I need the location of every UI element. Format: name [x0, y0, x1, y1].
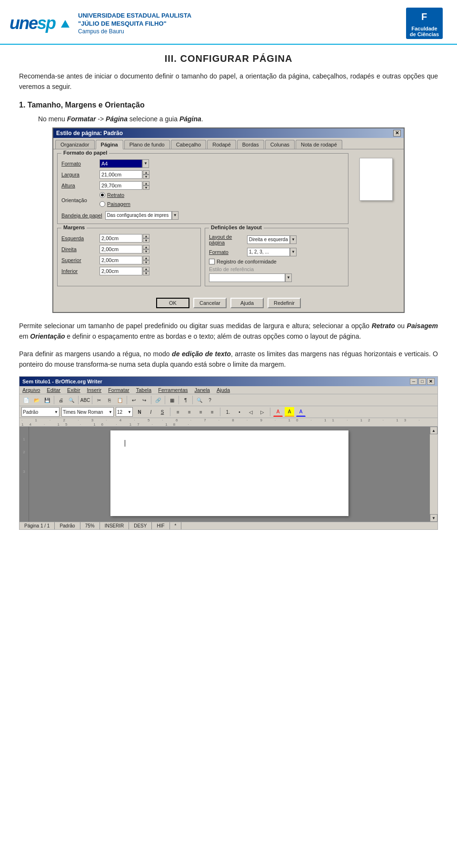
- width-value[interactable]: 21,00cm: [99, 170, 142, 179]
- bottom-spinner[interactable]: ▲ ▼: [143, 267, 149, 275]
- left-spinner[interactable]: ▲ ▼: [143, 234, 149, 243]
- height-down-btn[interactable]: ▼: [143, 185, 149, 190]
- reference-style-value[interactable]: [209, 273, 285, 282]
- height-value[interactable]: 29,70cm: [99, 181, 142, 190]
- outdent-btn[interactable]: ◁: [246, 407, 256, 417]
- menu-exibir[interactable]: Exibir: [67, 387, 80, 393]
- top-down-btn[interactable]: ▼: [143, 260, 149, 264]
- tab-cabecalho[interactable]: Cabeçalho: [171, 140, 207, 149]
- char-bg-btn[interactable]: A: [296, 407, 306, 417]
- landscape-radio[interactable]: [99, 201, 105, 207]
- menu-formatar[interactable]: Formatar: [108, 387, 129, 393]
- bottom-value[interactable]: 2,00cm: [99, 267, 142, 275]
- show-chars-btn[interactable]: ¶: [181, 395, 190, 405]
- bandeja-dropdown-btn[interactable]: ▼: [172, 211, 179, 220]
- align-left-btn[interactable]: ≡: [173, 407, 183, 417]
- tab-plano-fundo[interactable]: Plano de fundo: [124, 140, 170, 149]
- writer-page[interactable]: [110, 430, 348, 516]
- bullets-btn[interactable]: •: [235, 407, 244, 417]
- height-up-btn[interactable]: ▲: [143, 181, 149, 185]
- numbering-btn[interactable]: 1.: [223, 407, 233, 417]
- menu-ferramentas[interactable]: Ferramentas: [158, 387, 188, 393]
- right-down-btn[interactable]: ▼: [143, 249, 149, 254]
- indent-btn[interactable]: ▷: [258, 407, 267, 417]
- size-combo[interactable]: 12 ▼: [116, 407, 133, 417]
- format-dropdown-btn[interactable]: ▼: [142, 159, 149, 168]
- right-value[interactable]: 2,00cm: [99, 245, 142, 254]
- paste-btn[interactable]: 📋: [115, 395, 125, 405]
- format-value[interactable]: A4: [99, 159, 142, 168]
- width-down-btn[interactable]: ▼: [143, 175, 149, 179]
- portrait-radio[interactable]: [99, 192, 105, 198]
- tab-pagina[interactable]: Página: [96, 140, 123, 149]
- left-up-btn[interactable]: ▲: [143, 234, 149, 238]
- close-button[interactable]: ✕: [427, 378, 435, 385]
- status-insert[interactable]: INSERIR: [100, 522, 129, 529]
- tab-rodape[interactable]: Rodapé: [207, 140, 236, 149]
- register-checkbox[interactable]: [209, 259, 215, 264]
- help-button[interactable]: Ajuda: [230, 298, 264, 308]
- tab-bordas[interactable]: Bordas: [237, 140, 264, 149]
- align-justify-btn[interactable]: ≡: [208, 407, 217, 417]
- width-spinner[interactable]: ▲ ▼: [143, 170, 149, 179]
- page-layout-dropdown-btn[interactable]: ▼: [290, 235, 297, 244]
- bold-btn[interactable]: N: [135, 407, 144, 417]
- find-btn[interactable]: 🔍: [195, 395, 204, 405]
- font-combo[interactable]: Times New Roman ▼: [61, 407, 114, 417]
- table-btn[interactable]: ▦: [167, 395, 177, 405]
- save-btn[interactable]: 💾: [42, 395, 52, 405]
- menu-editar[interactable]: Editar: [47, 387, 60, 393]
- landscape-radio-row[interactable]: Paisagem: [99, 201, 130, 207]
- menu-tabela[interactable]: Tabela: [136, 387, 151, 393]
- tab-organizador[interactable]: Organizador: [55, 140, 95, 149]
- menu-janela[interactable]: Janela: [195, 387, 210, 393]
- font-color-btn[interactable]: A: [273, 407, 283, 417]
- left-down-btn[interactable]: ▼: [143, 238, 149, 243]
- left-value[interactable]: 2,00cm: [99, 234, 142, 243]
- new-btn[interactable]: 📄: [21, 395, 31, 405]
- right-spinner[interactable]: ▲ ▼: [143, 245, 149, 254]
- preview-btn[interactable]: 🔍: [67, 395, 76, 405]
- reset-button[interactable]: Redefinir: [268, 298, 301, 308]
- style-combo[interactable]: Padrão ▼: [21, 407, 60, 417]
- cancel-button[interactable]: Cancelar: [193, 298, 227, 308]
- open-btn[interactable]: 📂: [32, 395, 41, 405]
- top-up-btn[interactable]: ▲: [143, 256, 149, 260]
- align-center-btn[interactable]: ≡: [185, 407, 194, 417]
- align-right-btn[interactable]: ≡: [196, 407, 206, 417]
- scroll-down-btn[interactable]: ▼: [430, 514, 437, 522]
- minimize-button[interactable]: ─: [410, 378, 417, 385]
- bandeja-value[interactable]: Das configurações de impres: [105, 211, 172, 220]
- scroll-up-btn[interactable]: ▲: [430, 427, 437, 434]
- spell-btn[interactable]: ABC: [80, 395, 90, 405]
- width-up-btn[interactable]: ▲: [143, 170, 149, 175]
- page-style-dialog[interactable]: Estilo de página: Padrão ✕ Organizador P…: [52, 127, 405, 313]
- top-spinner[interactable]: ▲ ▼: [143, 256, 149, 264]
- format-layout-dropdown-btn[interactable]: ▼: [290, 248, 297, 256]
- dialog-close-button[interactable]: ✕: [393, 130, 401, 137]
- right-up-btn[interactable]: ▲: [143, 245, 149, 249]
- portrait-radio-row[interactable]: Retrato: [99, 192, 130, 198]
- help-btn[interactable]: ?: [205, 395, 215, 405]
- page-layout-value[interactable]: Direita e esquerda: [247, 235, 290, 244]
- bottom-up-btn[interactable]: ▲: [143, 267, 149, 271]
- copy-btn[interactable]: ⎘: [105, 395, 114, 405]
- ok-button[interactable]: OK: [156, 298, 189, 308]
- underline-btn[interactable]: S: [158, 407, 167, 417]
- highlight-btn[interactable]: A: [285, 407, 294, 417]
- height-spinner[interactable]: ▲ ▼: [143, 181, 149, 190]
- menu-ajuda[interactable]: Ajuda: [217, 387, 230, 393]
- menu-inserir[interactable]: Inserir: [87, 387, 102, 393]
- reference-style-dropdown-btn[interactable]: ▼: [285, 273, 292, 282]
- undo-btn[interactable]: ↩: [129, 395, 139, 405]
- menu-arquivo[interactable]: Arquivo: [22, 387, 40, 393]
- format-layout-value[interactable]: 1, 2, 3, ...: [247, 248, 290, 256]
- top-value[interactable]: 2,00cm: [99, 256, 142, 264]
- cut-btn[interactable]: ✂: [94, 395, 104, 405]
- hyperlink-btn[interactable]: 🔗: [153, 395, 163, 405]
- print-btn[interactable]: 🖨: [56, 395, 66, 405]
- tab-nota-rodape[interactable]: Nota de rodapé: [296, 140, 342, 149]
- bottom-down-btn[interactable]: ▼: [143, 271, 149, 275]
- tab-colunas[interactable]: Colunas: [265, 140, 295, 149]
- italic-btn[interactable]: I: [146, 407, 156, 417]
